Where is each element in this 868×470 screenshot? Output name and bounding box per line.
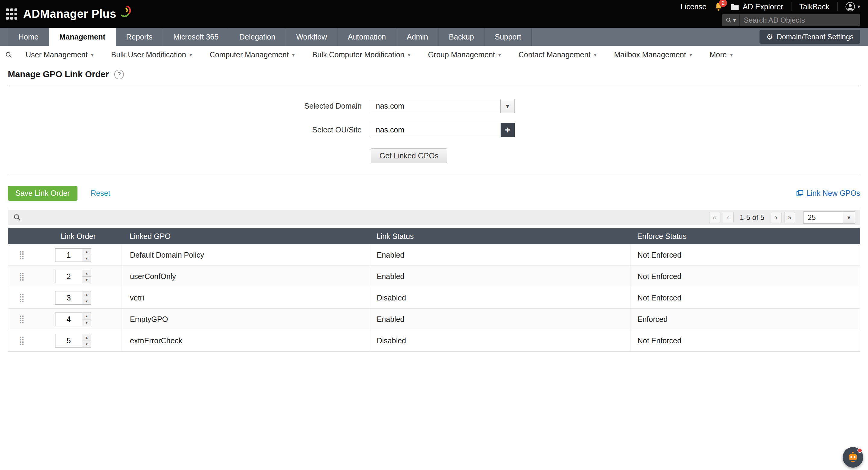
spin-up-icon[interactable]: ▴ [82,270,91,276]
menu-bulk-computer-modification[interactable]: Bulk Computer Modification▾ [304,50,419,59]
ou-site-input[interactable] [371,123,501,137]
enforce-status-cell: Not Enforced [630,266,860,287]
avatar-icon [845,2,855,11]
help-icon[interactable]: ? [114,70,124,79]
notifications-button[interactable]: 2 [714,2,723,11]
menu-contact-management[interactable]: Contact Management▾ [510,50,605,59]
chevron-down-icon: ▾ [858,3,860,10]
selected-domain-select[interactable]: nas.com ▾ [371,99,515,113]
search-input[interactable] [740,16,860,24]
topbar-separator [837,2,838,11]
link-order-input[interactable] [56,248,82,262]
linked-gpo-cell: EmptyGPO [121,309,370,330]
tab-home[interactable]: Home [8,28,49,46]
drag-handle-icon[interactable]: ⣿ [19,315,25,323]
tab-workflow[interactable]: Workflow [286,28,338,46]
ad-explorer-label: AD Explorer [743,2,783,11]
header-link-order: Link Order [35,232,121,241]
header-linked-gpo: Linked GPO [121,232,370,241]
tab-management[interactable]: Management [49,28,116,46]
gear-icon: ⚙ [766,32,773,41]
chevron-down-icon: ▾ [730,52,733,58]
license-link[interactable]: License [681,2,707,11]
link-order-input[interactable] [56,270,82,283]
spin-up-icon[interactable]: ▴ [82,334,91,341]
spin-up-icon[interactable]: ▴ [82,248,91,255]
tab-admin[interactable]: Admin [396,28,438,46]
spin-down-icon[interactable]: ▾ [82,255,91,262]
chevron-down-icon: ▾ [689,52,692,58]
link-order-input[interactable] [56,334,82,347]
main-nav: Home Management Reports Microsoft 365 De… [0,28,868,46]
apps-grid-icon[interactable] [6,8,17,20]
page-title: Manage GPO Link Order [8,69,109,79]
drag-handle-icon[interactable]: ⣿ [19,294,25,302]
tab-delegation[interactable]: Delegation [229,28,286,46]
management-menu-bar: User Management▾ Bulk User Modification▾… [0,46,868,64]
talkback-link[interactable]: TalkBack [799,2,830,11]
table-row: ⣿ ▴▾ extnErrorCheck Disabled Not Enforce… [8,330,860,351]
table-search-button[interactable] [13,213,22,222]
ad-explorer-link[interactable]: AD Explorer [731,2,783,11]
tab-reports[interactable]: Reports [116,28,163,46]
menu-more[interactable]: More▾ [701,50,741,59]
reset-link[interactable]: Reset [91,189,110,198]
spin-down-icon[interactable]: ▾ [82,341,91,347]
pager-next-button[interactable]: › [771,212,781,223]
header-enforce-status: Enforce Status [630,232,860,241]
menu-user-management[interactable]: User Management▾ [17,50,102,59]
get-linked-gpos-button[interactable]: Get Linked GPOs [371,148,447,163]
add-ou-button[interactable]: + [501,123,515,137]
tab-support[interactable]: Support [485,28,532,46]
section-divider [8,176,860,176]
chevron-down-icon: ▾ [408,52,410,58]
chat-notification-dot [858,448,862,453]
menu-bulk-user-modification[interactable]: Bulk User Modification▾ [102,50,201,59]
tab-microsoft-365[interactable]: Microsoft 365 [163,28,229,46]
pager-prev-button[interactable]: ‹ [723,212,734,223]
menu-mailbox-management[interactable]: Mailbox Management▾ [605,50,701,59]
link-order-input[interactable] [56,291,82,304]
spin-up-icon[interactable]: ▴ [82,291,91,298]
linked-gpo-cell: userConfOnly [121,266,370,287]
notification-badge: 2 [719,0,727,7]
tab-automation[interactable]: Automation [338,28,396,46]
spin-down-icon[interactable]: ▾ [82,276,91,283]
tab-backup[interactable]: Backup [438,28,484,46]
enforce-status-cell: Not Enforced [630,244,860,265]
link-new-gpos-icon [796,190,804,197]
link-new-gpos-link[interactable]: Link New GPOs [796,189,860,198]
selected-domain-value: nas.com [371,99,500,113]
spin-down-icon[interactable]: ▾ [82,298,91,304]
table-row: ⣿ ▴▾ userConfOnly Enabled Not Enforced [8,266,860,287]
ou-site-label: Select OU/Site [0,125,362,134]
menu-search-button[interactable] [5,51,13,59]
link-status-cell: Disabled [370,330,630,351]
linked-gpo-cell: vetri [121,287,370,308]
spin-down-icon[interactable]: ▾ [82,320,91,326]
domain-tenant-settings-button[interactable]: ⚙ Domain/Tenant Settings [760,30,860,44]
menu-group-management[interactable]: Group Management▾ [419,50,510,59]
save-link-order-button[interactable]: Save Link Order [8,186,78,201]
drag-handle-icon[interactable]: ⣿ [19,272,25,281]
spin-up-icon[interactable]: ▴ [82,313,91,320]
page-size-value: 25 [804,212,843,223]
gpo-link-order-form: Selected Domain nas.com ▾ Select OU/Site… [0,85,868,163]
link-order-stepper: ▴▾ [55,270,91,283]
search-icon [13,213,22,222]
enforce-status-cell: Not Enforced [630,330,860,351]
table-actions: Save Link Order Reset Link New GPOs [8,186,860,201]
link-order-input[interactable] [56,313,82,326]
search-type-selector[interactable]: ▾ [722,14,740,26]
chat-assistant-button[interactable] [843,447,863,468]
chevron-down-icon: ▾ [843,212,855,223]
user-menu[interactable]: ▾ [845,2,860,11]
pager-first-button[interactable]: « [709,212,720,223]
menu-computer-management[interactable]: Computer Management▾ [201,50,304,59]
drag-handle-icon[interactable]: ⣿ [19,337,25,345]
linked-gpo-cell: extnErrorCheck [121,330,370,351]
drag-handle-icon[interactable]: ⣿ [19,251,25,259]
pager-last-button[interactable]: » [784,212,795,223]
page-size-select[interactable]: 25 ▾ [803,211,855,224]
table-toolbar: « ‹ 1-5 of 5 › » 25 ▾ [8,210,860,225]
